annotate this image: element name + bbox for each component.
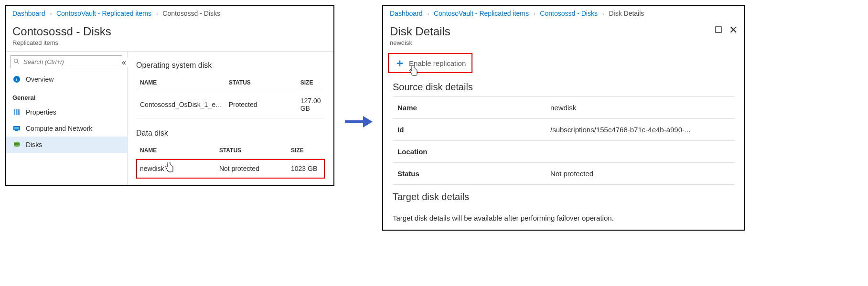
kv-row-id: Id /subscriptions/155c4768-b71c-4e4b-a99…	[393, 119, 735, 141]
kv-key: Location	[393, 141, 546, 162]
cell-status: Not protected	[215, 159, 287, 179]
breadcrumb: Dashboard › ContosoVault - Replicated it…	[6, 6, 333, 21]
table-row[interactable]: Contosossd_OsDisk_1_e... Protected 127.0…	[136, 91, 325, 118]
svg-line-1	[17, 62, 19, 64]
enable-replication-button[interactable]: ＋ Enable replication	[390, 55, 471, 71]
source-kv-table: Name newdisk Id /subscriptions/155c4768-…	[393, 96, 735, 185]
arrow-right-icon	[344, 115, 373, 129]
plus-icon: ＋	[395, 58, 405, 68]
restore-window-icon[interactable]	[715, 26, 722, 35]
search-input[interactable]	[11, 55, 122, 68]
breadcrumb-dashboard[interactable]: Dashboard	[12, 10, 45, 17]
col-size: SIZE	[297, 74, 325, 91]
table-row-newdisk[interactable]: newdisk Not protected 1023 GB	[136, 159, 325, 179]
compute-icon	[12, 124, 21, 133]
chevron-right-icon: ›	[602, 11, 604, 17]
flow-arrow	[344, 5, 373, 162]
svg-point-11	[14, 145, 20, 147]
breadcrumb-dashboard[interactable]: Dashboard	[390, 10, 423, 17]
col-status: STATUS	[215, 142, 287, 159]
kv-val: Not protected	[546, 163, 735, 184]
page-subtitle: newdisk	[390, 39, 450, 46]
svg-rect-14	[716, 27, 721, 32]
info-icon: i	[12, 75, 21, 84]
disks-icon	[12, 140, 21, 149]
chevron-right-icon: ›	[50, 11, 52, 17]
page-title: Disk Details	[390, 25, 450, 38]
breadcrumb-vault[interactable]: ContosoVault - Replicated items	[56, 10, 151, 17]
kv-key: Id	[393, 119, 546, 140]
col-name: NAME	[136, 142, 215, 159]
kv-row-location: Location	[393, 141, 735, 163]
target-disk-message: Target disk details will be available af…	[383, 206, 744, 230]
sidebar-item-compute[interactable]: Compute and Network	[6, 120, 127, 137]
kv-val: /subscriptions/155c4768-b71c-4e4b-a990-.…	[546, 119, 735, 140]
cell-name: newdisk	[136, 159, 215, 179]
breadcrumb-current: Contosossd - Disks	[162, 10, 220, 17]
disks-content: Operating system disk NAME STATUS SIZE C…	[128, 52, 333, 185]
svg-point-0	[14, 59, 18, 63]
svg-rect-6	[18, 109, 20, 115]
breadcrumb-vault[interactable]: ContosoVault - Replicated items	[434, 10, 529, 17]
svg-rect-9	[15, 130, 18, 131]
page-subtitle: Replicated items	[12, 39, 111, 46]
command-bar: ＋ Enable replication	[383, 51, 744, 75]
svg-marker-13	[363, 116, 373, 127]
sidebar-group-general: General	[6, 87, 127, 104]
svg-rect-5	[16, 109, 18, 115]
os-disk-heading: Operating system disk	[136, 61, 325, 70]
cell-status: Protected	[225, 91, 297, 118]
properties-icon	[12, 108, 21, 117]
sidebar: « i Overview General Properties Compute …	[6, 52, 128, 185]
col-size: SIZE	[287, 142, 325, 159]
data-disk-heading: Data disk	[136, 129, 325, 138]
kv-val	[546, 141, 735, 162]
cell-name: Contosossd_OsDisk_1_e...	[136, 91, 225, 118]
kv-val: newdisk	[546, 97, 735, 118]
sidebar-item-disks[interactable]: Disks	[6, 137, 127, 153]
cell-size: 127.00 GB	[297, 91, 325, 118]
data-disk-table: NAME STATUS SIZE newdisk Not protecte	[136, 142, 325, 179]
breadcrumb-disks[interactable]: Contosossd - Disks	[540, 10, 598, 17]
col-status: STATUS	[225, 74, 297, 91]
close-icon[interactable]: ✕	[729, 25, 738, 35]
target-disk-heading: Target disk details	[383, 185, 744, 206]
chevron-right-icon: ›	[534, 11, 536, 17]
svg-text:i: i	[16, 76, 17, 82]
cursor-hand-icon	[409, 65, 418, 77]
svg-rect-4	[14, 109, 15, 115]
kv-row-name: Name newdisk	[393, 97, 735, 119]
sidebar-item-label: Overview	[26, 75, 54, 83]
page-header: Contosossd - Disks Replicated items	[6, 21, 333, 51]
collapse-sidebar-icon[interactable]: «	[120, 58, 128, 67]
search-icon	[13, 58, 20, 66]
page-header: Disk Details newdisk ✕	[383, 21, 744, 51]
os-disk-table: NAME STATUS SIZE Contosossd_OsDisk_1_e..…	[136, 74, 325, 118]
cell-size: 1023 GB	[287, 159, 325, 179]
kv-key: Status	[393, 163, 546, 184]
sidebar-item-label: Properties	[26, 108, 56, 116]
disks-blade: Dashboard › ContosoVault - Replicated it…	[5, 5, 334, 186]
col-name: NAME	[136, 74, 225, 91]
breadcrumb-current: Disk Details	[609, 10, 644, 17]
sidebar-item-label: Compute and Network	[26, 125, 92, 132]
cursor-hand-icon	[165, 162, 174, 173]
chevron-right-icon: ›	[427, 11, 429, 17]
page-title: Contosossd - Disks	[12, 25, 111, 38]
breadcrumb: Dashboard › ContosoVault - Replicated it…	[383, 6, 744, 21]
kv-row-status: Status Not protected	[393, 163, 735, 185]
sidebar-item-overview[interactable]: i Overview	[6, 71, 127, 87]
source-disk-heading: Source disk details	[383, 75, 744, 96]
disk-details-blade: Dashboard › ContosoVault - Replicated it…	[382, 5, 745, 231]
sidebar-item-label: Disks	[26, 141, 42, 148]
chevron-right-icon: ›	[156, 11, 158, 17]
kv-key: Name	[393, 97, 546, 118]
sidebar-item-properties[interactable]: Properties	[6, 104, 127, 120]
svg-rect-8	[14, 127, 19, 129]
